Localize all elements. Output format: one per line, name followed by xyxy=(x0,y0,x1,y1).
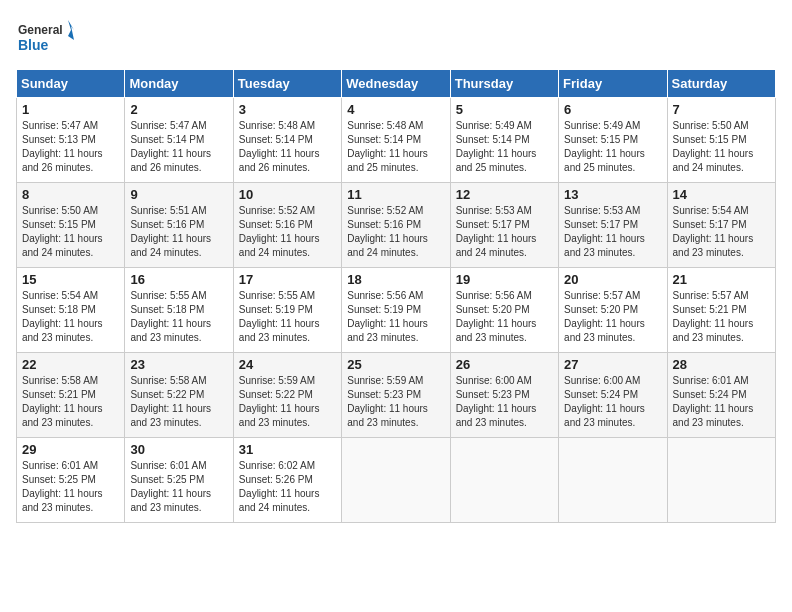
calendar-cell: 5 Sunrise: 5:49 AMSunset: 5:14 PMDayligh… xyxy=(450,98,558,183)
calendar-cell: 14 Sunrise: 5:54 AMSunset: 5:17 PMDaylig… xyxy=(667,183,775,268)
day-info: Sunrise: 5:59 AMSunset: 5:23 PMDaylight:… xyxy=(347,375,428,428)
day-info: Sunrise: 5:51 AMSunset: 5:16 PMDaylight:… xyxy=(130,205,211,258)
calendar-cell: 28 Sunrise: 6:01 AMSunset: 5:24 PMDaylig… xyxy=(667,353,775,438)
day-number: 29 xyxy=(22,442,119,457)
calendar-cell: 6 Sunrise: 5:49 AMSunset: 5:15 PMDayligh… xyxy=(559,98,667,183)
day-number: 22 xyxy=(22,357,119,372)
day-number: 15 xyxy=(22,272,119,287)
day-number: 27 xyxy=(564,357,661,372)
calendar-cell xyxy=(667,438,775,523)
day-info: Sunrise: 5:54 AMSunset: 5:18 PMDaylight:… xyxy=(22,290,103,343)
calendar-cell: 10 Sunrise: 5:52 AMSunset: 5:16 PMDaylig… xyxy=(233,183,341,268)
calendar-cell: 31 Sunrise: 6:02 AMSunset: 5:26 PMDaylig… xyxy=(233,438,341,523)
day-number: 9 xyxy=(130,187,227,202)
day-number: 28 xyxy=(673,357,770,372)
calendar-day-header: Monday xyxy=(125,70,233,98)
calendar-cell: 24 Sunrise: 5:59 AMSunset: 5:22 PMDaylig… xyxy=(233,353,341,438)
calendar-cell: 3 Sunrise: 5:48 AMSunset: 5:14 PMDayligh… xyxy=(233,98,341,183)
day-info: Sunrise: 5:49 AMSunset: 5:15 PMDaylight:… xyxy=(564,120,645,173)
calendar-cell: 23 Sunrise: 5:58 AMSunset: 5:22 PMDaylig… xyxy=(125,353,233,438)
calendar-cell: 17 Sunrise: 5:55 AMSunset: 5:19 PMDaylig… xyxy=(233,268,341,353)
day-number: 23 xyxy=(130,357,227,372)
day-info: Sunrise: 5:55 AMSunset: 5:18 PMDaylight:… xyxy=(130,290,211,343)
day-number: 2 xyxy=(130,102,227,117)
calendar-cell xyxy=(559,438,667,523)
day-info: Sunrise: 5:48 AMSunset: 5:14 PMDaylight:… xyxy=(347,120,428,173)
day-info: Sunrise: 5:54 AMSunset: 5:17 PMDaylight:… xyxy=(673,205,754,258)
day-number: 17 xyxy=(239,272,336,287)
day-number: 19 xyxy=(456,272,553,287)
calendar-cell: 13 Sunrise: 5:53 AMSunset: 5:17 PMDaylig… xyxy=(559,183,667,268)
calendar-day-header: Tuesday xyxy=(233,70,341,98)
day-number: 20 xyxy=(564,272,661,287)
day-info: Sunrise: 5:53 AMSunset: 5:17 PMDaylight:… xyxy=(564,205,645,258)
svg-marker-2 xyxy=(68,20,74,40)
day-number: 5 xyxy=(456,102,553,117)
calendar-day-header: Wednesday xyxy=(342,70,450,98)
calendar-cell: 30 Sunrise: 6:01 AMSunset: 5:25 PMDaylig… xyxy=(125,438,233,523)
day-info: Sunrise: 5:58 AMSunset: 5:22 PMDaylight:… xyxy=(130,375,211,428)
day-info: Sunrise: 6:01 AMSunset: 5:25 PMDaylight:… xyxy=(22,460,103,513)
day-number: 18 xyxy=(347,272,444,287)
calendar-cell: 4 Sunrise: 5:48 AMSunset: 5:14 PMDayligh… xyxy=(342,98,450,183)
day-number: 31 xyxy=(239,442,336,457)
day-info: Sunrise: 6:00 AMSunset: 5:24 PMDaylight:… xyxy=(564,375,645,428)
day-number: 21 xyxy=(673,272,770,287)
calendar-cell: 26 Sunrise: 6:00 AMSunset: 5:23 PMDaylig… xyxy=(450,353,558,438)
day-number: 26 xyxy=(456,357,553,372)
calendar-cell: 18 Sunrise: 5:56 AMSunset: 5:19 PMDaylig… xyxy=(342,268,450,353)
day-info: Sunrise: 5:48 AMSunset: 5:14 PMDaylight:… xyxy=(239,120,320,173)
day-number: 3 xyxy=(239,102,336,117)
calendar-day-header: Friday xyxy=(559,70,667,98)
calendar-day-header: Sunday xyxy=(17,70,125,98)
day-number: 10 xyxy=(239,187,336,202)
day-info: Sunrise: 5:52 AMSunset: 5:16 PMDaylight:… xyxy=(347,205,428,258)
calendar-week-row: 22 Sunrise: 5:58 AMSunset: 5:21 PMDaylig… xyxy=(17,353,776,438)
calendar-week-row: 29 Sunrise: 6:01 AMSunset: 5:25 PMDaylig… xyxy=(17,438,776,523)
calendar-day-header: Saturday xyxy=(667,70,775,98)
day-info: Sunrise: 5:55 AMSunset: 5:19 PMDaylight:… xyxy=(239,290,320,343)
day-info: Sunrise: 5:56 AMSunset: 5:20 PMDaylight:… xyxy=(456,290,537,343)
day-number: 13 xyxy=(564,187,661,202)
calendar-cell xyxy=(342,438,450,523)
day-info: Sunrise: 5:49 AMSunset: 5:14 PMDaylight:… xyxy=(456,120,537,173)
day-info: Sunrise: 5:57 AMSunset: 5:21 PMDaylight:… xyxy=(673,290,754,343)
calendar-cell: 15 Sunrise: 5:54 AMSunset: 5:18 PMDaylig… xyxy=(17,268,125,353)
calendar-cell: 7 Sunrise: 5:50 AMSunset: 5:15 PMDayligh… xyxy=(667,98,775,183)
calendar-cell: 29 Sunrise: 6:01 AMSunset: 5:25 PMDaylig… xyxy=(17,438,125,523)
day-info: Sunrise: 5:50 AMSunset: 5:15 PMDaylight:… xyxy=(673,120,754,173)
day-number: 6 xyxy=(564,102,661,117)
calendar-week-row: 8 Sunrise: 5:50 AMSunset: 5:15 PMDayligh… xyxy=(17,183,776,268)
day-info: Sunrise: 6:01 AMSunset: 5:24 PMDaylight:… xyxy=(673,375,754,428)
page-header: General Blue xyxy=(16,16,776,61)
calendar-cell: 19 Sunrise: 5:56 AMSunset: 5:20 PMDaylig… xyxy=(450,268,558,353)
calendar-cell: 21 Sunrise: 5:57 AMSunset: 5:21 PMDaylig… xyxy=(667,268,775,353)
calendar-cell: 2 Sunrise: 5:47 AMSunset: 5:14 PMDayligh… xyxy=(125,98,233,183)
day-number: 12 xyxy=(456,187,553,202)
day-number: 7 xyxy=(673,102,770,117)
calendar-cell: 12 Sunrise: 5:53 AMSunset: 5:17 PMDaylig… xyxy=(450,183,558,268)
calendar-cell: 9 Sunrise: 5:51 AMSunset: 5:16 PMDayligh… xyxy=(125,183,233,268)
calendar-cell: 11 Sunrise: 5:52 AMSunset: 5:16 PMDaylig… xyxy=(342,183,450,268)
calendar-cell: 27 Sunrise: 6:00 AMSunset: 5:24 PMDaylig… xyxy=(559,353,667,438)
day-info: Sunrise: 6:00 AMSunset: 5:23 PMDaylight:… xyxy=(456,375,537,428)
day-info: Sunrise: 5:58 AMSunset: 5:21 PMDaylight:… xyxy=(22,375,103,428)
day-number: 25 xyxy=(347,357,444,372)
calendar-cell: 8 Sunrise: 5:50 AMSunset: 5:15 PMDayligh… xyxy=(17,183,125,268)
day-info: Sunrise: 5:47 AMSunset: 5:13 PMDaylight:… xyxy=(22,120,103,173)
day-info: Sunrise: 6:02 AMSunset: 5:26 PMDaylight:… xyxy=(239,460,320,513)
day-number: 14 xyxy=(673,187,770,202)
day-info: Sunrise: 5:56 AMSunset: 5:19 PMDaylight:… xyxy=(347,290,428,343)
svg-text:General: General xyxy=(18,23,63,37)
logo-svg: General Blue xyxy=(16,16,76,61)
calendar-week-row: 15 Sunrise: 5:54 AMSunset: 5:18 PMDaylig… xyxy=(17,268,776,353)
day-number: 11 xyxy=(347,187,444,202)
day-number: 8 xyxy=(22,187,119,202)
calendar-day-header: Thursday xyxy=(450,70,558,98)
day-info: Sunrise: 5:50 AMSunset: 5:15 PMDaylight:… xyxy=(22,205,103,258)
day-info: Sunrise: 5:47 AMSunset: 5:14 PMDaylight:… xyxy=(130,120,211,173)
calendar-week-row: 1 Sunrise: 5:47 AMSunset: 5:13 PMDayligh… xyxy=(17,98,776,183)
calendar-cell: 22 Sunrise: 5:58 AMSunset: 5:21 PMDaylig… xyxy=(17,353,125,438)
calendar-cell xyxy=(450,438,558,523)
calendar-cell: 16 Sunrise: 5:55 AMSunset: 5:18 PMDaylig… xyxy=(125,268,233,353)
